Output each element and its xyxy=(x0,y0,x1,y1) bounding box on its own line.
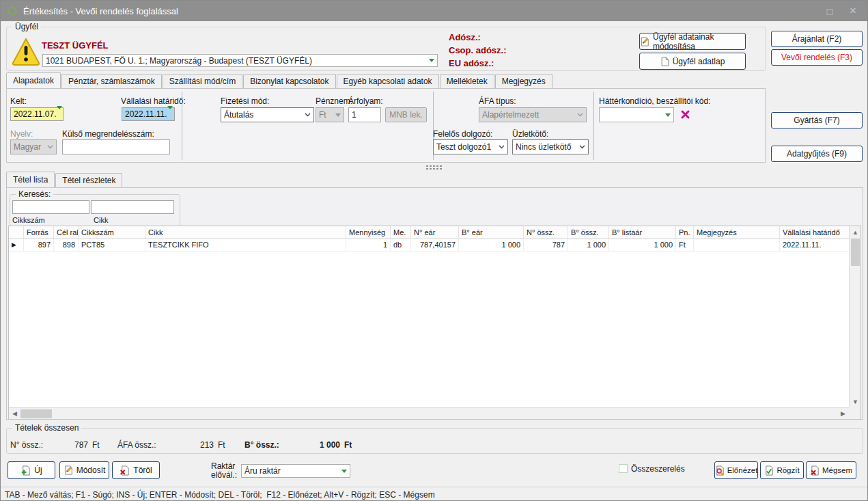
data-collection-button[interactable]: Adatgyűjtés (F9) xyxy=(771,146,863,162)
tab-alapadatok[interactable]: Alapadatok xyxy=(6,72,61,88)
scroll-down-icon[interactable]: ▼ xyxy=(850,396,861,407)
vat-type-value: Alapértelmezett xyxy=(482,110,577,120)
save-button[interactable]: Rögzít xyxy=(760,461,804,479)
customer-order-button[interactable]: Vevői rendelés (F3) xyxy=(771,49,863,66)
preview-icon xyxy=(715,465,725,476)
column-header-mennyiseg[interactable]: Mennyiség xyxy=(346,226,391,239)
customer-datasheet-label: Ügyfél adatlap xyxy=(673,57,725,66)
column-header-brutto-ossz[interactable]: B° össz. xyxy=(568,226,609,239)
payment-method-select[interactable]: Átutalás xyxy=(221,107,314,122)
vertical-scroll-thumb[interactable] xyxy=(851,239,860,266)
tab-szallitasi-mod-cim[interactable]: Szállítási mód/cím xyxy=(163,74,242,88)
customer-datasheet-button[interactable]: Ügyfél adatlap xyxy=(639,53,746,70)
tab-tetel-lista[interactable]: Tétel lista xyxy=(6,172,55,187)
tab-penztar-szamlaszamok[interactable]: Pénztár, számlaszámok xyxy=(61,74,162,88)
deadline-field[interactable]: 2022.11.11. xyxy=(122,107,175,121)
new-item-label: Új xyxy=(34,465,42,475)
tab-megjegyzes[interactable]: Megjegyzés xyxy=(495,74,552,88)
table-row[interactable]: ▶ 897 898 PCT85 TESZTCIKK FIFO 1 db 787,… xyxy=(9,239,849,252)
main-tab-bar: Alapadatok Pénztár, számlaszámok Szállít… xyxy=(6,73,553,88)
document-icon xyxy=(660,57,669,66)
customer-address-select[interactable]: 1021 BUDAPEST, FŐ U. 1.; Magyarország - … xyxy=(42,54,438,67)
production-button[interactable]: Gyártás (F7) xyxy=(771,112,863,128)
tab-egyeb-kapcsolati-adatok[interactable]: Egyéb kapcsolati adatok xyxy=(337,74,439,88)
chevron-down-icon xyxy=(47,145,53,149)
agent-select[interactable]: Nincs üzletkötő xyxy=(512,139,589,154)
scroll-up-icon[interactable]: ▲ xyxy=(850,226,861,238)
horizontal-scroll-thumb[interactable] xyxy=(20,409,52,418)
horizontal-scrollbar[interactable]: ◀ ▶ xyxy=(9,407,849,419)
column-header-cikk[interactable]: Cikk xyxy=(145,226,346,239)
items-panel: Keresés: Cikkszám Cikk Forrás Cél rak Ci… xyxy=(6,187,863,420)
cell-cikk: TESZTCIKK FIFO xyxy=(145,239,346,252)
tab-bizonylat-kapcsolatok[interactable]: Bizonylat kapcsolatok xyxy=(243,74,335,88)
search-group-label: Keresés: xyxy=(16,189,53,199)
external-order-input[interactable] xyxy=(62,139,170,154)
chevron-down-icon xyxy=(579,145,585,149)
column-header[interactable] xyxy=(9,226,24,239)
cancel-button[interactable]: Mégsem xyxy=(806,461,856,479)
delete-item-button[interactable]: Töröl xyxy=(112,461,160,479)
close-button[interactable]: × xyxy=(841,1,865,21)
tab-mellekletek[interactable]: Mellékletek xyxy=(440,74,494,88)
employee-label: Felelős dolgozó: xyxy=(433,129,492,139)
customer-modify-button[interactable]: Ügyfél adatainak módosítása xyxy=(639,33,746,50)
cell-me: db xyxy=(391,239,411,252)
cell-megjegyzes xyxy=(694,239,780,252)
column-header-me[interactable]: Me. xyxy=(391,226,411,239)
column-header-cel-raktar[interactable]: Cél rak xyxy=(54,226,79,239)
items-tab-bar: Tétel lista Tétel részletek xyxy=(6,172,123,187)
mnb-rate-button: MNB lek. xyxy=(385,107,427,122)
modify-item-button[interactable]: Módosít xyxy=(59,461,109,479)
currency-label: Pénznem: xyxy=(316,96,352,106)
language-select: Magyar xyxy=(10,139,57,154)
scroll-right-icon[interactable]: ▶ xyxy=(837,408,849,420)
agent-value: Nincs üzletkötő xyxy=(516,142,579,152)
employee-select[interactable]: Teszt dolgozó1 xyxy=(433,139,508,154)
column-header-brutto-listaar[interactable]: B° listaár xyxy=(609,226,676,239)
table-header-row: Forrás Cél rak Cikkszám Cikk Mennyiség M… xyxy=(9,226,849,239)
column-header-brutto-ear[interactable]: B° eár xyxy=(459,226,524,239)
clear-icon[interactable] xyxy=(680,109,690,120)
assembly-checkbox[interactable] xyxy=(619,464,628,473)
search-item-name-input[interactable] xyxy=(91,200,174,214)
quote-button[interactable]: Árajánlat (F2) xyxy=(771,31,863,47)
column-header-pn[interactable]: Pn. xyxy=(676,226,694,239)
form-divider xyxy=(593,92,594,160)
mnb-rate-label: MNB lek. xyxy=(389,110,423,120)
external-order-label: Külső megrendelésszám: xyxy=(62,129,154,139)
scroll-left-icon[interactable]: ◀ xyxy=(9,408,20,420)
status-bar: TAB - Mező váltás; F1 - Súgó; INS - Új; … xyxy=(1,487,867,501)
search-item-number-input[interactable] xyxy=(12,200,89,214)
column-header-netto-ear[interactable]: N° eár xyxy=(411,226,459,239)
quote-label: Árajánlat (F2) xyxy=(792,34,842,44)
background-condition-select[interactable] xyxy=(599,107,674,122)
net-total-value: 787 xyxy=(48,440,88,450)
maximize-button[interactable]: □ xyxy=(818,1,841,21)
tab-tetel-reszletek[interactable]: Tétel részletek xyxy=(55,173,122,187)
column-header-megjegyzes[interactable]: Megjegyzés xyxy=(694,226,780,239)
exchange-rate-input[interactable] xyxy=(348,107,381,122)
column-header-forras[interactable]: Forrás xyxy=(24,226,54,239)
column-header-netto-ossz[interactable]: N° össz. xyxy=(524,226,568,239)
new-item-button[interactable]: Új xyxy=(8,461,55,479)
splitter-handle[interactable] xyxy=(425,165,442,170)
date-field[interactable]: 2022.11.07. xyxy=(10,107,64,121)
currency-select: Ft xyxy=(316,107,344,122)
column-header-vallalasi-hatarido[interactable]: Vállalási határidő xyxy=(780,226,849,239)
window-title: Értékesítés - Vevői rendelés foglalással xyxy=(23,6,178,16)
group-tax-label: Csop. adósz.: xyxy=(449,45,507,55)
preview-button[interactable]: Előnézet xyxy=(714,461,758,479)
customer-order-label: Vevői rendelés (F3) xyxy=(781,53,852,62)
language-label: Nyelv: xyxy=(10,129,33,139)
customer-group-label: Ügyfél xyxy=(12,22,41,31)
column-header-cikkszam[interactable]: Cikkszám xyxy=(79,226,145,239)
cell-pn: Ft xyxy=(676,239,694,252)
check-icon xyxy=(764,465,774,476)
warehouse-preselect-select[interactable]: Áru raktár xyxy=(241,464,350,478)
app-window: Értékesítés - Vevői rendelés foglalással… xyxy=(0,0,868,501)
warning-icon xyxy=(10,36,42,68)
background-condition-label: Háttérkondíció, beszállítói kód: xyxy=(599,96,710,106)
employee-value: Teszt dolgozó1 xyxy=(436,142,499,152)
vertical-scrollbar[interactable]: ▲ ▼ xyxy=(849,226,860,407)
